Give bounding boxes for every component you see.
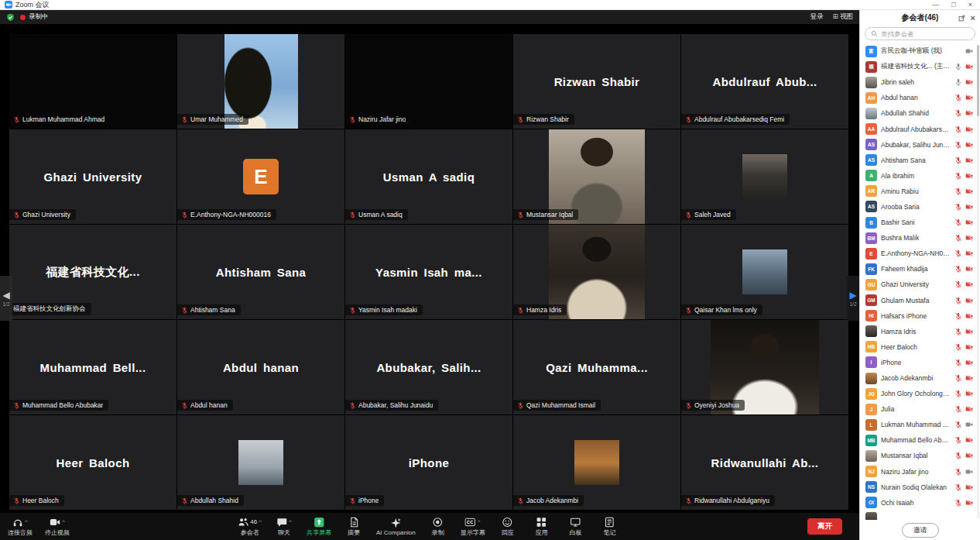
video-tile[interactable]: Lukman Muhammad Ahmad [9,34,176,129]
close-button[interactable]: × [968,2,972,9]
muted-mic-icon [13,116,20,123]
record-button[interactable]: 录制 [427,516,450,537]
scrollbar-thumb[interactable] [977,45,979,116]
video-tile[interactable]: Abdulrauf Abub... Abdulrauf Abubakarsedi… [681,34,848,129]
participant-row[interactable]: HB Heer Baloch [860,339,980,355]
chat-button[interactable]: ^ 聊天 [272,516,296,537]
chevron-up-icon[interactable]: ^ [478,519,481,525]
video-camera-button[interactable]: ^ 停止视频 [45,516,70,537]
view-button[interactable]: ⊞视图 [832,12,853,22]
leave-meeting-button[interactable]: 离开 [807,518,842,535]
participant-list[interactable]: 富 富民云咖-钟雷颖 (我) 福 福建省科技文化... (主持人) Jibrin… [860,43,980,520]
minimize-button[interactable]: — [932,2,939,9]
video-tile[interactable]: Qaisar Khan lms only [681,225,848,319]
tile-label-text: Mustansar Iqbal [526,211,573,218]
video-tile[interactable]: Abdul hanan Abdul hanan [177,320,344,414]
participant-row[interactable]: BM Bushra Malik [860,230,980,246]
video-tile[interactable]: Ahtisham Sana Ahtisham Sana [177,225,344,319]
participant-row[interactable]: B Bashir Sani [860,215,980,230]
participant-row[interactable]: 福 福建省科技文化... (主持人) [860,59,980,74]
headset-button[interactable]: ^ 连接音频 [8,516,33,537]
participant-row[interactable]: GU Ghazi University [860,277,980,292]
apps-button[interactable]: 应用 [530,516,553,537]
video-tile[interactable]: Ghazi University Ghazi University [9,129,176,224]
participant-row[interactable]: L Lukman Muhammad Ahmad [860,417,980,432]
video-tile[interactable]: Qazi Muhamma... Qazi Muhammad Ismail [513,320,680,414]
participant-row[interactable]: AR Aminu Rabiu [860,184,980,199]
notes-button[interactable]: 笔记 [598,516,622,537]
camera-off-icon [965,405,973,413]
video-tile[interactable]: Naziru Jafar jino [345,34,512,129]
video-tile[interactable]: Abubakar, Salih... Abubakar, Salihu Juna… [345,320,512,414]
participant-row[interactable]: A Ala Ibrahim [860,168,980,184]
video-tile[interactable]: Jacob Adekanmbi [513,415,680,510]
signin-button[interactable]: 登录 [810,12,823,22]
recording-indicator[interactable]: 录制中 [20,12,49,22]
close-panel-icon[interactable]: × [971,14,975,22]
participant-row[interactable]: NJ Naziru Jafar jino [860,464,980,480]
tile-name-label: Jacob Adekanmbi [513,495,584,506]
video-tile[interactable]: Saleh Javed [681,129,848,224]
popout-icon[interactable] [958,15,965,22]
chevron-up-icon[interactable]: ^ [289,519,292,525]
arrow-left-icon: ◀ [2,291,9,300]
participant-row[interactable]: OI Ochi Isaiah [860,495,980,511]
video-tile[interactable]: Mustansar Iqbal [513,129,680,224]
video-tile[interactable]: Rizwan Shabir Rizwan Shabir [513,34,680,129]
participant-row[interactable]: AS Abubakar, Salihu Junaidu [860,137,980,153]
participant-row[interactable]: GM Ghulam Mustafa [860,293,980,308]
invite-button[interactable]: 邀请 [902,523,939,538]
participant-row[interactable]: HI Hafsat's iPhone [860,308,980,324]
participant-row[interactable]: Abdullah Shahid [860,105,980,121]
participant-row[interactable]: E E.Anthony-NGA-NH000016 [860,246,980,261]
participant-search[interactable] [865,27,975,40]
share-screen-button[interactable]: 共享屏幕 [307,516,331,537]
captions-button[interactable]: ^ 显示字幕 [461,516,485,537]
participant-row[interactable]: Hamza Idris [860,324,980,339]
video-tile[interactable]: Muhammad Bell... Muhammad Bello Abubakar [9,320,176,414]
video-tile[interactable]: Hamza Idris [513,225,680,319]
video-tile[interactable]: Heer Baloch Heer Baloch [9,415,176,510]
chevron-up-icon[interactable]: ^ [259,519,262,525]
participant-row[interactable]: Mustansar Iqbal [860,448,980,463]
participant-row[interactable]: AS Ahtisham Sana [860,153,980,168]
participants-button[interactable]: 46 ^ 参会者 [238,516,262,537]
participant-row[interactable]: AS Arooba Saria [860,199,980,215]
video-tile[interactable]: Usman A sadiq Usman A sadiq [345,129,512,224]
video-tile[interactable]: Oyeniyi Joshua [681,320,848,414]
avatar: AS [865,201,877,212]
participant-row[interactable]: FK Faheem khadija [860,261,980,277]
video-tile[interactable]: iPhone iPhone [345,415,512,510]
ai-companion-button[interactable]: AI Companion [376,516,416,537]
participant-row[interactable]: AH Abdul hanan [860,90,980,105]
video-tile[interactable]: E E.Anthony-NGA-NH000016 [177,129,344,224]
participant-row[interactable]: Jibrin saleh [860,74,980,90]
participant-row[interactable]: AA Abdulrauf Abubakarsediq Femi [860,121,980,136]
video-tile[interactable]: Abdullah Shahid [177,415,344,510]
summary-button[interactable]: 摘要 [342,516,365,537]
maximize-button[interactable]: □ [951,2,955,9]
participant-row[interactable]: I iPhone [860,355,980,370]
video-tile[interactable]: Yasmin Isah ma... Yasmin Isah madaki [345,225,512,319]
mic-muted-icon [954,234,962,242]
search-input[interactable] [881,30,969,38]
participant-row[interactable]: J Julia [860,401,980,417]
participant-row[interactable]: MB Muhammad Bello Abubakar [860,432,980,448]
previous-page-arrow[interactable]: ◀ 1/2 [0,276,12,321]
toolbar-button-label: AI Companion [376,529,416,536]
participant-row[interactable] [860,511,980,520]
next-page-arrow[interactable]: ▶ 1/2 [847,276,859,321]
whiteboard-button[interactable]: 白板 [564,516,588,537]
reactions-button[interactable]: 回应 [496,516,519,537]
participant-row[interactable]: JG John Glory Ocholongwa [860,386,980,401]
video-tile[interactable]: Ridwanullahi Ab... Ridwanullahi Abdulgan… [681,415,848,510]
participant-row[interactable]: Jacob Adekanmbi [860,370,980,386]
chevron-up-icon[interactable]: ^ [62,519,65,525]
shield-check-icon[interactable] [6,13,15,22]
scrollbar-track[interactable] [977,45,979,518]
video-tile[interactable]: Umar Muhammed [177,34,344,129]
participant-row[interactable]: NS Nurain Sodiq Olalekan [860,480,980,495]
participant-row[interactable]: 富 富民云咖-钟雷颖 (我) [860,43,980,59]
video-tile[interactable]: 福建省科技文化... 福建省科技文化创新协会 [9,225,176,319]
chevron-up-icon[interactable]: ^ [25,519,28,525]
